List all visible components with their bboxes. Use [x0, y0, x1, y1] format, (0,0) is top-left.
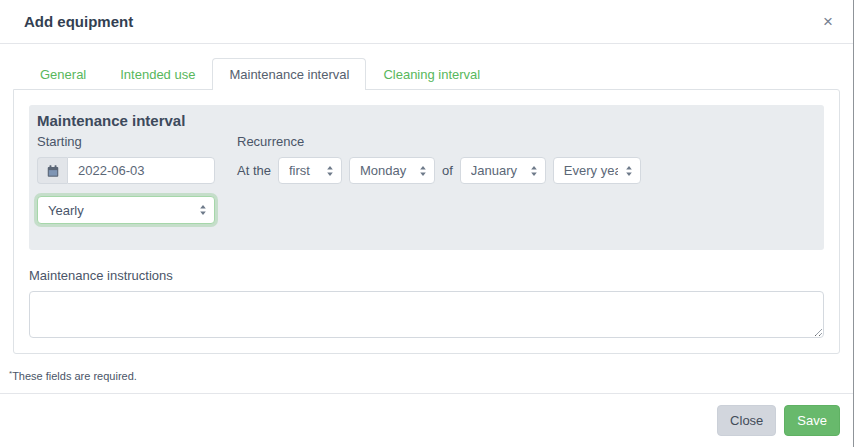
panel-heading: Maintenance interval	[37, 112, 816, 129]
tab-bar: General Intended use Maintenance interva…	[13, 58, 840, 89]
tab-cleaning-interval[interactable]: Cleaning interval	[366, 58, 497, 90]
asterisk-marker: *	[9, 369, 12, 378]
tab-general[interactable]: General	[23, 58, 103, 90]
weekday-select[interactable]: Monday	[350, 158, 434, 183]
maintenance-interval-panel: Maintenance interval Starting	[29, 105, 824, 250]
ordinal-select-wrapper: first	[278, 157, 342, 184]
starting-label: Starting	[37, 134, 215, 149]
tab-intended-use[interactable]: Intended use	[103, 58, 212, 90]
month-select[interactable]: January	[461, 158, 545, 183]
modal-footer: Close Save	[0, 393, 853, 447]
weekday-select-wrapper: Monday	[349, 157, 435, 184]
modal-title: Add equipment	[24, 13, 133, 30]
maintenance-instructions-textarea[interactable]	[29, 291, 824, 338]
modal-body: General Intended use Maintenance interva…	[0, 44, 853, 393]
required-fields-text: These fields are required.	[12, 370, 137, 382]
add-equipment-modal: Add equipment × General Intended use Mai…	[0, 0, 854, 447]
frequency-select-wrapper: Yearly	[37, 196, 215, 224]
starting-column: Starting	[37, 134, 215, 224]
month-select-wrapper: January	[460, 157, 546, 184]
recurrence-row: At the first	[237, 157, 641, 184]
of-label: of	[442, 163, 453, 178]
starting-date-input[interactable]	[67, 157, 215, 184]
maintenance-instructions-label: Maintenance instructions	[29, 268, 824, 283]
tab-maintenance-interval[interactable]: Maintenance interval	[212, 58, 366, 90]
close-button[interactable]: Close	[717, 405, 776, 436]
calendar-icon[interactable]	[37, 157, 67, 184]
recurrence-column: Recurrence At the first	[237, 134, 641, 224]
tab-content-pane: Maintenance interval Starting	[13, 89, 840, 354]
save-button[interactable]: Save	[784, 405, 840, 436]
recurrence-label: Recurrence	[237, 134, 641, 149]
modal-header: Add equipment ×	[0, 0, 853, 44]
maintenance-instructions-section: Maintenance instructions	[29, 268, 824, 338]
close-icon[interactable]: ×	[817, 13, 839, 31]
frequency-select[interactable]: Yearly	[38, 197, 214, 223]
ordinal-select[interactable]: first	[279, 158, 341, 183]
at-the-label: At the	[237, 163, 271, 178]
yearly-interval-select[interactable]: Every year	[554, 158, 640, 183]
required-fields-note: *These fields are required.	[9, 370, 840, 382]
starting-date-group	[37, 157, 215, 184]
yearly-interval-select-wrapper: Every year	[553, 157, 641, 184]
